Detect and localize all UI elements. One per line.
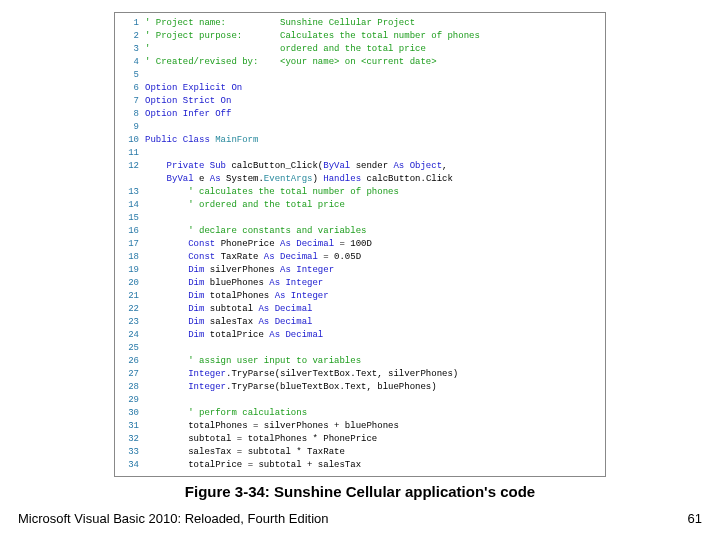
code-line: 25 xyxy=(119,342,599,355)
code-line: 8Option Infer Off xyxy=(119,108,599,121)
line-number: 14 xyxy=(119,199,145,212)
code-text: Dim bluePhones As Integer xyxy=(145,277,599,290)
code-line: 6Option Explicit On xyxy=(119,82,599,95)
code-text xyxy=(145,394,599,407)
code-line: 14 ' ordered and the total price xyxy=(119,199,599,212)
code-text: ' ordered and the total price xyxy=(145,199,599,212)
code-text xyxy=(145,342,599,355)
code-text: ' declare constants and variables xyxy=(145,225,599,238)
code-text: Integer.TryParse(silverTextBox.Text, sil… xyxy=(145,368,599,381)
code-text: ' Project purpose: Calculates the total … xyxy=(145,30,599,43)
line-number: 8 xyxy=(119,108,145,121)
line-number: 31 xyxy=(119,420,145,433)
figure-caption: Figure 3-34: Sunshine Cellular applicati… xyxy=(0,483,720,500)
code-text xyxy=(145,69,599,82)
code-line: 30 ' perform calculations xyxy=(119,407,599,420)
line-number: 16 xyxy=(119,225,145,238)
code-line: 29 xyxy=(119,394,599,407)
code-text: Dim silverPhones As Integer xyxy=(145,264,599,277)
code-line: 31 totalPhones = silverPhones + bluePhon… xyxy=(119,420,599,433)
code-line: 22 Dim subtotal As Decimal xyxy=(119,303,599,316)
code-line: 32 subtotal = totalPhones * PhonePrice xyxy=(119,433,599,446)
code-line: 23 Dim salesTax As Decimal xyxy=(119,316,599,329)
line-number: 33 xyxy=(119,446,145,459)
line-number: 5 xyxy=(119,69,145,82)
line-number: 15 xyxy=(119,212,145,225)
code-text: ' assign user input to variables xyxy=(145,355,599,368)
code-line: 21 Dim totalPhones As Integer xyxy=(119,290,599,303)
line-number: 20 xyxy=(119,277,145,290)
line-number: 22 xyxy=(119,303,145,316)
line-number: 32 xyxy=(119,433,145,446)
code-line: 7Option Strict On xyxy=(119,95,599,108)
line-number: 21 xyxy=(119,290,145,303)
line-number xyxy=(119,173,145,186)
line-number: 2 xyxy=(119,30,145,43)
code-line: 11 xyxy=(119,147,599,160)
code-text: Public Class MainForm xyxy=(145,134,599,147)
code-line: 27 Integer.TryParse(silverTextBox.Text, … xyxy=(119,368,599,381)
code-text: ' Project name: Sunshine Cellular Projec… xyxy=(145,17,599,30)
code-text: Const PhonePrice As Decimal = 100D xyxy=(145,238,599,251)
line-number: 29 xyxy=(119,394,145,407)
line-number: 3 xyxy=(119,43,145,56)
code-text: subtotal = totalPhones * PhonePrice xyxy=(145,433,599,446)
code-line: 2' Project purpose: Calculates the total… xyxy=(119,30,599,43)
line-number: 10 xyxy=(119,134,145,147)
code-line: 3' ordered and the total price xyxy=(119,43,599,56)
code-line: 33 salesTax = subtotal * TaxRate xyxy=(119,446,599,459)
line-number: 13 xyxy=(119,186,145,199)
code-line: 13 ' calculates the total number of phon… xyxy=(119,186,599,199)
code-text: ByVal e As System.EventArgs) Handles cal… xyxy=(145,173,599,186)
code-line: 16 ' declare constants and variables xyxy=(119,225,599,238)
line-number: 28 xyxy=(119,381,145,394)
line-number: 9 xyxy=(119,121,145,134)
line-number: 23 xyxy=(119,316,145,329)
footer: Microsoft Visual Basic 2010: Reloaded, F… xyxy=(18,511,702,526)
page-number: 61 xyxy=(688,511,702,526)
code-line: 18 Const TaxRate As Decimal = 0.05D xyxy=(119,251,599,264)
code-text: ' calculates the total number of phones xyxy=(145,186,599,199)
line-number: 4 xyxy=(119,56,145,69)
code-text xyxy=(145,212,599,225)
code-text: totalPrice = subtotal + salesTax xyxy=(145,459,599,472)
code-text: Option Strict On xyxy=(145,95,599,108)
code-line: 17 Const PhonePrice As Decimal = 100D xyxy=(119,238,599,251)
code-line: 34 totalPrice = subtotal + salesTax xyxy=(119,459,599,472)
line-number: 26 xyxy=(119,355,145,368)
code-line: ByVal e As System.EventArgs) Handles cal… xyxy=(119,173,599,186)
code-text: Const TaxRate As Decimal = 0.05D xyxy=(145,251,599,264)
code-line: 12 Private Sub calcButton_Click(ByVal se… xyxy=(119,160,599,173)
code-line: 20 Dim bluePhones As Integer xyxy=(119,277,599,290)
line-number: 25 xyxy=(119,342,145,355)
code-text: Option Explicit On xyxy=(145,82,599,95)
line-number: 34 xyxy=(119,459,145,472)
line-number: 24 xyxy=(119,329,145,342)
line-number: 18 xyxy=(119,251,145,264)
code-text xyxy=(145,147,599,160)
line-number: 7 xyxy=(119,95,145,108)
code-text: Dim totalPhones As Integer xyxy=(145,290,599,303)
code-text: Integer.TryParse(blueTextBox.Text, blueP… xyxy=(145,381,599,394)
code-line: 1' Project name: Sunshine Cellular Proje… xyxy=(119,17,599,30)
code-text: ' Created/revised by: <your name> on <cu… xyxy=(145,56,599,69)
code-line: 5 xyxy=(119,69,599,82)
line-number: 11 xyxy=(119,147,145,160)
code-line: 28 Integer.TryParse(blueTextBox.Text, bl… xyxy=(119,381,599,394)
code-line: 19 Dim silverPhones As Integer xyxy=(119,264,599,277)
code-listing: 1' Project name: Sunshine Cellular Proje… xyxy=(114,12,606,477)
code-text: Option Infer Off xyxy=(145,108,599,121)
code-text xyxy=(145,121,599,134)
line-number: 6 xyxy=(119,82,145,95)
line-number: 1 xyxy=(119,17,145,30)
line-number: 12 xyxy=(119,160,145,173)
line-number: 19 xyxy=(119,264,145,277)
code-text: Private Sub calcButton_Click(ByVal sende… xyxy=(145,160,599,173)
code-text: ' ordered and the total price xyxy=(145,43,599,56)
code-text: totalPhones = silverPhones + bluePhones xyxy=(145,420,599,433)
code-text: salesTax = subtotal * TaxRate xyxy=(145,446,599,459)
code-text: Dim totalPrice As Decimal xyxy=(145,329,599,342)
code-text: Dim subtotal As Decimal xyxy=(145,303,599,316)
line-number: 27 xyxy=(119,368,145,381)
code-line: 24 Dim totalPrice As Decimal xyxy=(119,329,599,342)
